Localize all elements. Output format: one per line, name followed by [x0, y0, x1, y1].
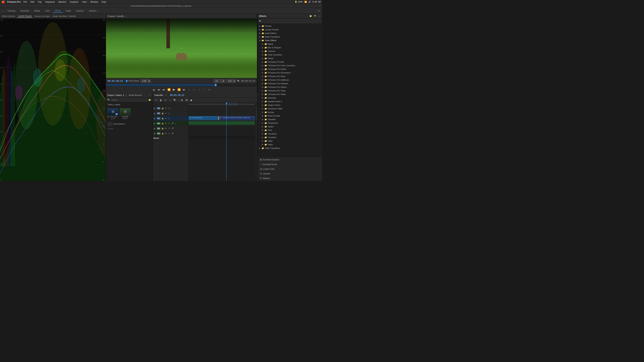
menu-edit[interactable]: Edit: [30, 0, 35, 3]
new-bin-icon[interactable]: 📁: [148, 99, 151, 101]
v3-expand-button[interactable]: ▶: [154, 107, 156, 110]
tree-item-presets[interactable]: ▶ 📁 Presets: [258, 24, 322, 28]
bit-depth-selector[interactable]: 8 Bit: [140, 79, 151, 83]
tree-item-fxfactory-distort[interactable]: ▶ 📁 FxFactory Pro Distort: [258, 67, 322, 71]
tree-item-immersive-video[interactable]: ▶ 📁 Immersive Video: [258, 107, 322, 110]
ws-tab-graphics[interactable]: Graphics: [74, 9, 86, 12]
project-panel-menu[interactable]: ≡: [126, 94, 127, 96]
a3-lock-button[interactable]: 🔒: [161, 132, 164, 135]
menu-file[interactable]: File: [23, 0, 28, 3]
tree-item-color-correction[interactable]: ▶ 📁 Color Correction: [258, 53, 322, 56]
a2-solo-button[interactable]: S: [168, 127, 170, 130]
effects-menu-button[interactable]: ≡: [318, 14, 320, 17]
shuttle-stop-button[interactable]: ⬙: [152, 88, 156, 92]
ws-tab-effects[interactable]: Effects: [53, 9, 63, 13]
tree-item-audio-effects[interactable]: ▶ 📁 Audio Effects: [258, 31, 322, 35]
quality-selector[interactable]: Full1/21/4: [226, 79, 236, 83]
tree-item-fxfactory-halftones[interactable]: ▶ 📁 FxFactory Pro Halftones: [258, 78, 322, 82]
tree-item-transition[interactable]: ▶ 📁 Transition: [258, 136, 322, 139]
a3-record-button[interactable]: 🎤: [171, 132, 174, 135]
menu-sequence[interactable]: Sequence: [44, 0, 56, 3]
clip-thumbnail-2[interactable]: 🎬 Tudoriffic 4;51;07: [120, 108, 130, 119]
menu-clip[interactable]: Clip: [37, 0, 42, 3]
tree-item-generate[interactable]: ▶ 📁 Generate: [258, 96, 322, 100]
a1-record-button[interactable]: 🎤: [171, 122, 174, 125]
timeline-timecode[interactable]: 00;03;30;15: [170, 94, 184, 96]
timeline-link-button[interactable]: ⛓: [184, 98, 188, 102]
tab-lumetri-scopes[interactable]: Lumetri Scopes: [17, 14, 32, 18]
ws-tab-assembly[interactable]: Assembly: [18, 9, 31, 12]
tab-audio-clip-mixer[interactable]: Audio Clip Mixer: Tudorific: [52, 15, 76, 17]
tree-item-fxfactory-tiling[interactable]: ▶ 📁 FxFactory Pro Tiling: [258, 89, 322, 92]
v1-target-button[interactable]: ⊙: [168, 117, 170, 120]
tree-item-fxfactory-video[interactable]: ▶ 📁 FxFactory Pro Video: [258, 92, 322, 96]
effects-search-input[interactable]: [262, 19, 320, 23]
a2-mute-button[interactable]: M: [164, 127, 167, 130]
timeline-razor-button[interactable]: ✂: [164, 98, 168, 102]
timeline-menu-icon[interactable]: ≡: [165, 94, 166, 96]
tree-item-hawaiki[interactable]: ▶ 📁 Hawaiki Keyer 4: [258, 100, 322, 103]
project-file-item[interactable]: Tudors_1.prproj: [106, 102, 152, 107]
ws-tab-learning[interactable]: Learning: [6, 9, 18, 12]
essential-graphics-item[interactable]: ▦ Essential Graphics: [258, 157, 322, 162]
v1-lock-button[interactable]: 🔒: [161, 117, 164, 120]
effects-find-button[interactable]: 🔍: [314, 14, 317, 17]
project-search-input[interactable]: [111, 98, 148, 101]
menu-view[interactable]: View: [82, 0, 88, 3]
a3-solo-button[interactable]: S: [168, 132, 170, 135]
tree-item-audio-transitions[interactable]: ▶ 📁 Audio Transitions: [258, 35, 322, 39]
timeline-scrollbar[interactable]: -12 -18 -24 -30 -36 -42 -48: [255, 103, 257, 181]
tree-item-perspective[interactable]: ▶ 📁 Perspective: [258, 121, 322, 125]
tree-item-transform[interactable]: ▶ 📁 Transform: [258, 132, 322, 136]
tree-item-stylize[interactable]: ▶ 📁 Stylize: [258, 125, 322, 128]
tree-item-fxfactory-sharpen[interactable]: ▶ 📁 FxFactory Pro Sharpen: [258, 82, 322, 85]
tree-item-obsolete[interactable]: ▶ 📁 Obsolete: [258, 118, 322, 121]
essential-sound-item[interactable]: ♫ Essential Sound: [258, 162, 322, 167]
overwrite-button[interactable]: ⬚: [202, 88, 206, 92]
mark-out-button[interactable]: ⬚: [192, 88, 196, 92]
tree-item-adjust[interactable]: ▶ 📁 Adjust: [258, 42, 322, 46]
a1-lock-button[interactable]: 🔒: [161, 122, 164, 125]
tree-item-lumetri-presets[interactable]: ▶ 📁 Lumetri Presets: [258, 28, 322, 31]
v3-visibility-button[interactable]: 👁: [164, 107, 167, 110]
a1-target-button[interactable]: ⊙: [174, 122, 177, 125]
timeline-cursor-button[interactable]: ↖: [154, 98, 158, 102]
tree-item-image-control[interactable]: ▶ 📁 Image Control: [258, 103, 322, 107]
markers-item[interactable]: ⚑ Markers: [258, 176, 322, 181]
lumetri-color-item[interactable]: ◑ Lumetri Color: [258, 167, 322, 171]
a1-solo-button[interactable]: S: [168, 122, 170, 125]
effects-new-custom-bin[interactable]: 📁: [309, 14, 313, 17]
tree-item-keying[interactable]: ▶ 📁 Keying: [258, 110, 322, 114]
menu-help[interactable]: Help: [101, 0, 107, 3]
play-forward-button[interactable]: ⏩: [177, 88, 181, 92]
tree-item-channel[interactable]: ▶ 📁 Channel: [258, 49, 322, 53]
tree-item-noise-grain[interactable]: ▶ 📁 Noise & Grain: [258, 114, 322, 118]
tree-item-fxfactory-stylize[interactable]: ▶ 📁 FxFactory Pro Stylize: [258, 85, 322, 89]
timeline-slip-button[interactable]: ↕: [168, 98, 172, 102]
playback-scrubber[interactable]: [106, 84, 257, 86]
timeline-ruler[interactable]: 3;02;48;04 3;02;56;04 3;03;04;06 3;03;12…: [189, 103, 255, 106]
a3-mute-button[interactable]: M: [164, 132, 167, 135]
v1-clip-2[interactable]: 13 - Looking for Squirrels (15-May-11).M…: [218, 116, 255, 120]
tree-item-video-effects[interactable]: ▼ 📂 Video Effects: [258, 39, 322, 42]
clip-thumbnail-1[interactable]: Ai 🎬 18 - The Tudors 31;25: [108, 108, 118, 119]
tree-item-blur-sharpen[interactable]: ▶ 📁 Blur & Sharpen: [258, 46, 322, 49]
home-icon[interactable]: ⌂: [2, 10, 4, 12]
insert-button[interactable]: ⬚: [197, 88, 201, 92]
ws-tab-audio[interactable]: Audio: [64, 9, 73, 12]
clamp-signal-checkbox[interactable]: [126, 80, 128, 82]
play-button[interactable]: ▶: [172, 88, 176, 92]
apple-menu[interactable]: 🍎: [2, 0, 5, 3]
v1-expand-button[interactable]: ▶: [154, 117, 156, 120]
a2-lock-button[interactable]: 🔒: [161, 127, 164, 130]
v2-visibility-button[interactable]: 👁: [164, 112, 167, 115]
a1-mute-button[interactable]: M: [164, 122, 167, 125]
tree-item-video-transitions[interactable]: ▶ 📁 Video Transitions: [258, 146, 322, 150]
timeline-ripple-button[interactable]: ◐: [159, 98, 163, 102]
mark-in-button[interactable]: ⬚: [187, 88, 191, 92]
ws-tab-color[interactable]: Color: [43, 9, 52, 12]
libraries-item[interactable]: ⊞ Libraries: [258, 171, 322, 176]
tree-item-utility[interactable]: ▶ 📁 Utility: [258, 139, 322, 143]
ws-tab-libraries[interactable]: Libraries: [87, 9, 99, 12]
menu-graphics[interactable]: Graphics: [69, 0, 79, 3]
